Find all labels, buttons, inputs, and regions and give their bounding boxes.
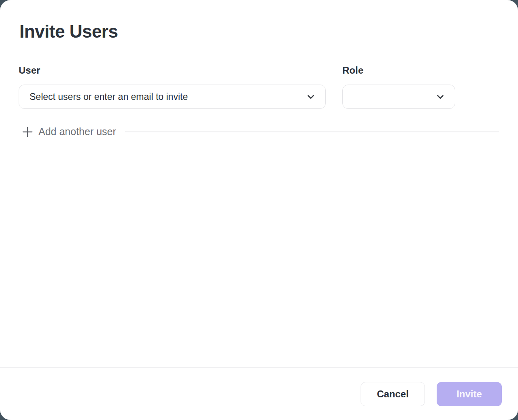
- role-field: Role: [342, 65, 455, 109]
- role-select[interactable]: [342, 85, 455, 109]
- user-select[interactable]: Select users or enter an email to invite: [19, 85, 326, 109]
- invite-form-row: User Select users or enter an email to i…: [19, 65, 502, 109]
- invite-button[interactable]: Invite: [437, 382, 502, 406]
- dialog-footer: Cancel Invite: [0, 367, 518, 420]
- chevron-down-icon: [435, 91, 446, 102]
- user-select-placeholder: Select users or enter an email to invite: [30, 91, 188, 102]
- plus-icon: [22, 126, 33, 138]
- dialog-body: Invite Users User Select users or enter …: [0, 0, 518, 367]
- divider: [125, 132, 499, 132]
- user-field-label: User: [19, 65, 326, 76]
- role-field-label: Role: [342, 65, 455, 76]
- user-field: User Select users or enter an email to i…: [19, 65, 326, 109]
- cancel-button[interactable]: Cancel: [361, 382, 425, 406]
- add-user-row: Add another user: [19, 126, 502, 138]
- add-another-user-label: Add another user: [38, 126, 116, 138]
- chevron-down-icon: [306, 91, 316, 102]
- dialog-title: Invite Users: [19, 22, 502, 41]
- invite-users-dialog: Invite Users User Select users or enter …: [0, 0, 518, 420]
- add-another-user-button[interactable]: Add another user: [22, 126, 116, 138]
